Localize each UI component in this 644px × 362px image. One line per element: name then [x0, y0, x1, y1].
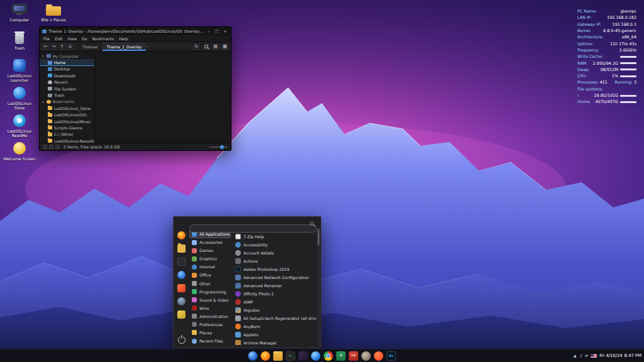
category-office[interactable]: Office: [189, 271, 231, 279]
menubar-item[interactable]: File: [43, 36, 50, 41]
category-preferences[interactable]: Preferences: [189, 321, 231, 329]
menubar-item[interactable]: Edit: [55, 36, 62, 41]
taskbar-file-manager[interactable]: [274, 351, 283, 361]
app-applets[interactable]: Applets: [234, 331, 316, 339]
app-archive-manager[interactable]: Archive Manager: [234, 339, 316, 345]
path-tab[interactable]: Theme_1_Overlay: [103, 42, 147, 51]
category-places[interactable]: Places: [189, 329, 231, 337]
strip-settings[interactable]: [177, 297, 186, 305]
category-accessories[interactable]: Accessories: [189, 238, 231, 246]
desktop-icon-lastoslinux-readme[interactable]: LastOSLinux ReadMe: [3, 114, 36, 142]
menubar-item[interactable]: Help: [119, 36, 128, 41]
desktop-icon-trash[interactable]: Trash: [3, 31, 36, 59]
taskbar-firefox[interactable]: [261, 351, 270, 361]
statusbar-toggle-button[interactable]: [55, 145, 60, 149]
menubar-item[interactable]: Bookmarks: [92, 36, 114, 41]
category-administration[interactable]: Administration: [189, 312, 231, 321]
app-algodoo[interactable]: Algodoo: [234, 306, 316, 314]
category-internet[interactable]: Internet: [189, 263, 231, 271]
taskbar-photoshop[interactable]: Ps: [387, 351, 396, 361]
taskbar-gimp[interactable]: [362, 351, 371, 361]
zoom-slider-knob[interactable]: [220, 145, 224, 149]
taskbar-media-suite[interactable]: [299, 351, 308, 361]
sidebar-item-trash[interactable]: Trash: [40, 92, 94, 98]
category-graphics[interactable]: Graphics: [189, 255, 231, 263]
compact-view-button[interactable]: ▤: [212, 43, 219, 50]
app-account-details[interactable]: Account details: [234, 249, 316, 257]
viewmode-toggle-button[interactable]: [49, 145, 53, 149]
clock[interactable]: Fri 4/10/24 8:47 PM: [599, 353, 641, 358]
strip-file-manager[interactable]: [177, 244, 186, 253]
keyboard-layout-flag-us[interactable]: [591, 354, 597, 358]
back-button[interactable]: ←: [42, 43, 49, 50]
grid-view-button[interactable]: ▦: [221, 43, 228, 50]
desktop-icon-computer[interactable]: Computer: [3, 4, 36, 31]
sidebar-item-desktop[interactable]: Desktop: [40, 66, 94, 72]
sidebar-item-scripts-glenns[interactable]: Scripts-Glenns: [40, 124, 94, 131]
app-all-setups-tech-regenerator[interactable]: All SetupS-tech Regenerator (all drives): [234, 314, 316, 322]
category-wine[interactable]: Wine: [189, 304, 231, 312]
category-programming[interactable]: Programming: [189, 288, 231, 296]
sidebar-section-my-computer[interactable]: My Computer: [40, 53, 94, 59]
scrollbar-thumb[interactable]: [318, 229, 319, 245]
strip-software-store[interactable]: [177, 271, 186, 279]
app-7zip-help[interactable]: 7-Zip Help: [234, 233, 316, 241]
titlebar[interactable]: Theme_1_Overlay - /home/glenn/Documents/…: [40, 27, 231, 35]
taskbar-filezilla[interactable]: FZ: [349, 351, 358, 361]
taskbar-chrome[interactable]: [324, 351, 333, 361]
path-tab[interactable]: Themes: [78, 42, 103, 51]
app-accessibility[interactable]: Accessibility: [234, 241, 316, 249]
tray-network[interactable]: ⇄: [585, 354, 588, 358]
zoom-slider[interactable]: [209, 146, 228, 148]
app-affinity-photo-2[interactable]: Affinity Photo 2: [234, 290, 316, 298]
app-aimp[interactable]: AIMP: [234, 298, 316, 306]
sidebar-item-c-wine[interactable]: C:\ (Wine): [40, 131, 94, 138]
sidebar-item-lastoslinux-store[interactable]: LastOSLinux_Store: [40, 105, 94, 111]
app-actions[interactable]: Actions: [234, 257, 316, 265]
menubar-item[interactable]: View: [67, 36, 77, 41]
category-recent-files[interactable]: Recent Files: [189, 337, 231, 345]
taskbar-start-menu[interactable]: [248, 351, 258, 361]
taskbar-web-browser[interactable]: [311, 351, 321, 361]
desktop-icon-welcome-screen[interactable]: Welcome Screen: [3, 142, 36, 170]
category-sound-video[interactable]: Sound & Video: [189, 296, 231, 304]
sidebar-item-recent[interactable]: Recent: [40, 79, 94, 85]
tray-volume[interactable]: ♫: [579, 354, 582, 358]
sidebar-item-lastoslinux-repository[interactable]: LastOSLinux-Repository: [40, 138, 94, 143]
search-button[interactable]: [203, 43, 209, 50]
app-list-scrollbar[interactable]: [318, 229, 319, 345]
tray-expander[interactable]: ▲: [574, 354, 577, 358]
app-anyburn[interactable]: AnyBurn: [234, 322, 316, 331]
home-button[interactable]: ⌂: [67, 43, 74, 50]
sidebar-item-lastoslinux-mine[interactable]: LastOSLinux(Mine): [40, 118, 94, 124]
taskbar-excel[interactable]: X: [336, 351, 346, 361]
app-adobe-photoshop-2019[interactable]: Adobe Photoshop 2019: [234, 265, 316, 273]
menubar-item[interactable]: Go: [82, 36, 87, 41]
sidebar-section-bookmarks[interactable]: Bookmarks: [40, 99, 94, 105]
app-advanced-renamer[interactable]: Advanced Renamer: [234, 282, 316, 290]
sidebar-item-downloads[interactable]: Downloads: [40, 72, 94, 79]
sidepane-toggle-button[interactable]: [43, 145, 47, 149]
power-button[interactable]: [178, 336, 186, 344]
category-games[interactable]: Games: [189, 246, 231, 255]
strip-media-player[interactable]: [177, 284, 186, 292]
up-button[interactable]: ↑: [58, 43, 65, 50]
taskbar-brave[interactable]: [374, 351, 384, 361]
sidebar-item-lastoslinux-git[interactable]: LastOSLinux(Git): [40, 112, 94, 118]
maximize-button[interactable]: □: [214, 29, 220, 34]
strip-password-keys[interactable]: [177, 310, 186, 319]
sidebar-item-home[interactable]: Home: [40, 59, 94, 65]
strip-web-browser[interactable]: [177, 231, 186, 239]
app-advanced-network-configuration[interactable]: Advanced Network Configuration: [234, 273, 316, 282]
close-button[interactable]: ×: [222, 29, 228, 34]
start-menu-search-input[interactable]: [189, 224, 317, 233]
taskbar-terminal[interactable]: >_: [286, 351, 296, 361]
category-other[interactable]: Other: [189, 279, 231, 287]
desktop-icon-lastoslinux-launcher[interactable]: LastOSLinux Launcher: [3, 59, 36, 87]
file-view-pane[interactable]: [95, 52, 231, 143]
strip-terminal[interactable]: [177, 258, 186, 266]
minimize-button[interactable]: –: [206, 29, 212, 34]
reload-button[interactable]: ↻: [193, 43, 200, 50]
forward-button[interactable]: →: [50, 43, 57, 50]
sidebar-item-file-system[interactable]: File System: [40, 85, 94, 92]
